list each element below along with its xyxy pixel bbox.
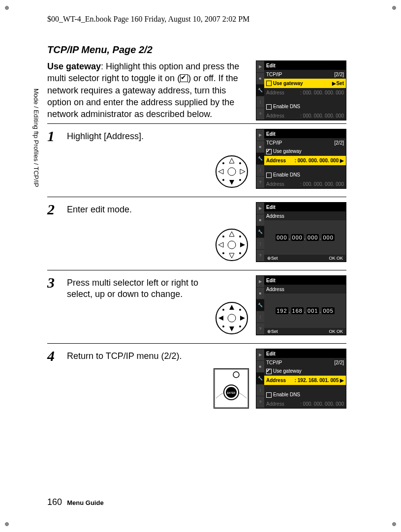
- camera-screen-3: ▶■🔧⋮? Edit Address 192.168.001.005 ⊕SetO…: [256, 275, 346, 335]
- scr-edit: Edit: [266, 63, 276, 68]
- octet: 192: [276, 307, 288, 314]
- intro-paragraph: Use gateway: Highlight this option and p…: [47, 60, 250, 120]
- enter-button-icon: ENTER: [214, 368, 249, 409]
- scr-set: Set: [271, 329, 278, 334]
- multi-selector-icon: [215, 228, 249, 262]
- address-octets: 000.000.000.000: [275, 234, 335, 241]
- scr-addr-v: : 000. 000. 000. 000: [300, 90, 344, 95]
- step-number-2: 2: [47, 202, 61, 217]
- scr-page: [2/2]: [335, 360, 344, 365]
- footer: 160 Menu Guide: [47, 497, 104, 507]
- scr-addr2-l: Address: [266, 401, 284, 407]
- footer-title: Menu Guide: [67, 499, 103, 506]
- scr-address: Address: [266, 213, 284, 219]
- multi-selector-icon: [215, 301, 249, 335]
- scr-addr2-l: Address: [266, 181, 284, 187]
- svg-point-21: [228, 314, 236, 322]
- svg-point-28: [222, 325, 224, 327]
- scr-page: [2/2]: [335, 72, 344, 77]
- crop-mark: [389, 519, 399, 529]
- camera-screen-4: ▶■🔧⋮? Edit TCP/IP[2/2] Use gateway Addre…: [256, 349, 346, 409]
- scr-tcpip: TCP/IP: [266, 140, 282, 146]
- page-number: 160: [47, 497, 62, 507]
- multi-selector-icon: [215, 154, 249, 189]
- svg-point-26: [222, 309, 224, 311]
- svg-point-6: [222, 162, 224, 164]
- page-body: TCP/IP Menu, Page 2/2 Use gateway: Highl…: [47, 44, 346, 414]
- side-tab-label: Mode / Editing ftp Profiles / TCP/IP: [32, 89, 40, 187]
- pdf-header: $00_WT-4_En.book Page 160 Friday, August…: [47, 15, 249, 24]
- camera-screen-2: ▶■🔧⋮? Edit Address 000.000.000.000 ⊕SetO…: [256, 202, 346, 262]
- scr-edit: Edit: [266, 131, 276, 137]
- scr-dns: Enable DNS: [273, 104, 300, 109]
- octet: 000: [307, 234, 319, 241]
- camera-screen-0: ▶■🔧⋮? Edit TCP/IP[2/2] Use gateway▶Set A…: [256, 60, 346, 120]
- scr-use-gateway: Use gateway: [273, 148, 302, 154]
- octet: 001: [307, 307, 319, 314]
- intro-lead: Use gateway: [47, 61, 101, 71]
- octet: 000: [276, 234, 288, 241]
- svg-point-7: [239, 162, 241, 164]
- scr-addr2-v: : 000. 000. 000. 000: [300, 181, 344, 187]
- svg-point-17: [239, 236, 241, 237]
- step-text-1: Highlight [Address].: [67, 129, 209, 142]
- svg-point-9: [239, 179, 241, 181]
- scr-edit: Edit: [266, 205, 276, 210]
- scr-addr2-v: : 000. 000. 000. 000: [300, 113, 344, 118]
- scr-use-gateway: Use gateway: [273, 81, 303, 86]
- scr-addr-l: Address: [266, 90, 284, 95]
- svg-point-11: [228, 241, 236, 249]
- crop-mark: [389, 3, 399, 13]
- scr-addr-v: : 000. 000. 000. 000: [295, 158, 339, 163]
- scr-addr-l: Address: [266, 378, 286, 383]
- crop-mark: [2, 3, 12, 13]
- scr-set: ▶Set: [332, 81, 344, 86]
- svg-point-16: [222, 236, 224, 237]
- step-text-4: Return to TCP/IP menu (2/2).: [67, 349, 208, 362]
- svg-point-1: [228, 168, 236, 176]
- step-number-3: 3: [47, 275, 61, 290]
- camera-screen-1: ▶■🔧⋮? Edit TCP/IP[2/2] Use gateway Addre…: [256, 129, 346, 189]
- scr-tcpip: TCP/IP: [266, 72, 282, 77]
- step-number-4: 4: [47, 349, 61, 363]
- scr-edit: Edit: [266, 278, 276, 283]
- svg-point-27: [239, 309, 241, 311]
- scr-addr2-l: Address: [266, 113, 284, 118]
- step-text-2: Enter edit mode.: [67, 202, 209, 215]
- svg-text:ENTER: ENTER: [227, 391, 236, 394]
- svg-point-19: [239, 252, 241, 254]
- svg-point-8: [222, 179, 224, 181]
- checkbox-icon: [180, 74, 188, 82]
- crop-mark: [2, 519, 12, 529]
- scr-set: Set: [271, 256, 278, 261]
- octet: 168: [291, 307, 304, 314]
- scr-ok: OK: [337, 256, 343, 261]
- scr-addr2-v: : 000. 000. 000. 000: [300, 401, 344, 407]
- scr-page: [2/2]: [335, 140, 344, 146]
- octet: 000: [322, 234, 334, 241]
- section-title: TCP/IP Menu, Page 2/2: [47, 44, 346, 56]
- scr-dns: Enable DNS: [273, 392, 300, 397]
- scr-dns: Enable DNS: [273, 172, 300, 177]
- scr-use-gateway: Use gateway: [273, 368, 302, 374]
- scr-edit: Edit: [266, 351, 276, 356]
- step-text-3: Press multi selector left or right to se…: [67, 275, 209, 300]
- scr-addr-v: : 192. 168. 001. 005: [295, 378, 339, 383]
- step-number-1: 1: [47, 129, 61, 144]
- scr-ok: OK: [337, 329, 343, 334]
- svg-point-18: [222, 252, 224, 254]
- octet: 005: [322, 307, 334, 314]
- address-octets: 192.168.001.005: [275, 307, 335, 314]
- svg-point-29: [239, 325, 241, 327]
- octet: 000: [291, 234, 304, 241]
- scr-addr-l: Address: [266, 158, 286, 163]
- scr-tcpip: TCP/IP: [266, 360, 282, 365]
- scr-address: Address: [266, 287, 284, 292]
